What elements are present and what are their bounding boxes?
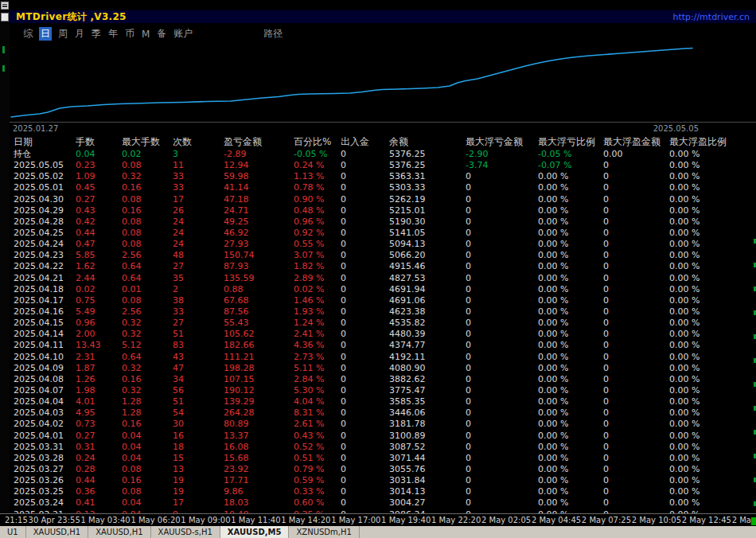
table-row: 2025.04.142.000.3251105.622.41 %04480.39… — [0, 329, 756, 340]
menu-item-币[interactable]: 币 — [124, 27, 135, 41]
cell-in-out: 0 — [341, 396, 389, 407]
cell-max-float-loss-pct: 0.00 % — [538, 497, 603, 509]
menu-item-年[interactable]: 年 — [107, 27, 119, 41]
cell-max-float-profit-pct: 0.00 % — [669, 396, 756, 407]
time-axis-label: 1 May 19:40 — [381, 516, 431, 524]
tab-XAUUSD,H1[interactable]: XAUUSD,H1 — [26, 526, 88, 538]
column-header-count: 次数 — [173, 135, 224, 149]
chart-remnant-left-icon — [2, 46, 5, 53]
tab-XAUUSD-s,H1[interactable]: XAUUSD-s,H1 — [151, 526, 220, 538]
cell-date: 2025.03.27 — [14, 464, 76, 475]
table-row: 2025.03.270.280.081323.920.79 %03055.760… — [0, 464, 756, 475]
cell-max-float-profit: 0 — [603, 442, 669, 453]
cell-lots: 0.31 — [76, 442, 122, 453]
cell-in-out: 0 — [341, 250, 389, 261]
cell-max-float-loss: -2.90 — [466, 149, 538, 160]
cell-max-float-loss: 0 — [466, 363, 538, 374]
cell-profit: 17.71 — [224, 475, 294, 486]
cell-in-out: 0 — [341, 363, 389, 374]
cell-profit: 47.18 — [224, 194, 294, 205]
cell-percent: 0.51 % — [294, 453, 341, 464]
menu-item-path[interactable]: 路径 — [263, 27, 283, 41]
cell-date: 2025.05.05 — [14, 160, 76, 171]
cell-lots: 5.49 — [76, 306, 122, 318]
menu-item-M[interactable]: M — [141, 29, 150, 40]
menu-item-综[interactable]: 综 — [22, 27, 33, 41]
cell-percent: 0.59 % — [294, 475, 341, 486]
cell-count: 18 — [173, 442, 224, 453]
tab-U1[interactable]: U1 — [0, 526, 26, 538]
cell-max-float-profit-pct: 0.00 % — [669, 431, 756, 442]
cell-percent: 0.90 % — [294, 194, 341, 205]
time-axis-label: 2 May 02:05 — [481, 516, 531, 524]
menu-item-账户[interactable]: 账户 — [173, 27, 193, 41]
cell-profit: 46.92 — [224, 228, 294, 239]
cell-in-out: 0 — [341, 182, 389, 193]
cell-count: 3 — [173, 149, 224, 160]
cell-max-lots: 1.28 — [122, 396, 173, 407]
cell-max-float-profit-pct: 0.00 % — [669, 216, 756, 228]
cell-profit: 49.25 — [224, 216, 294, 228]
tab-XAUUSD,H1[interactable]: XAUUSD,H1 — [88, 526, 150, 538]
menu-item-日[interactable]: 日 — [39, 27, 52, 41]
cell-max-float-profit: 0 — [603, 250, 669, 261]
cell-max-float-loss: 0 — [466, 171, 538, 182]
cell-max-float-profit: 0 — [603, 363, 669, 374]
cell-in-out: 0 — [341, 419, 389, 430]
cell-profit: 24.71 — [224, 205, 294, 216]
cell-max-lots: 0.08 — [122, 160, 173, 171]
cell-date: 2025.04.07 — [14, 385, 76, 396]
cell-percent: 0.96 % — [294, 216, 341, 228]
cell-max-float-loss-pct: 0.00 % — [538, 352, 603, 363]
column-header-max-float-loss: 最大浮亏金额 — [466, 135, 538, 149]
cell-percent: 0.24 % — [294, 160, 341, 171]
cell-max-float-profit-pct: 0.00 % — [669, 407, 756, 419]
cell-count: 17 — [173, 497, 224, 509]
table-row: 2025.04.081.260.1634107.152.84 %03882.62… — [0, 374, 756, 385]
cell-profit: 105.62 — [224, 329, 294, 340]
cell-max-lots: 0.16 — [122, 419, 173, 430]
cell-profit: 107.15 — [224, 374, 294, 385]
cell-lots: 1.62 — [76, 261, 122, 272]
cell-in-out: 0 — [341, 442, 389, 453]
cell-lots: 2.31 — [76, 352, 122, 363]
cell-lots: 2.44 — [76, 273, 122, 284]
cell-balance: 5141.05 — [389, 228, 466, 239]
time-axis-label: 2 May 04:45 — [532, 516, 581, 524]
cell-max-float-profit-pct: 0.00 % — [669, 149, 756, 160]
menu-item-周[interactable]: 周 — [57, 27, 68, 41]
menu-item-备[interactable]: 备 — [156, 27, 167, 41]
cell-count: 33 — [173, 171, 224, 182]
cell-percent: 4.04 % — [294, 396, 341, 407]
menu-item-月[interactable]: 月 — [74, 27, 85, 41]
cell-max-float-loss-pct: 0.00 % — [538, 396, 603, 407]
cell-lots: 4.01 — [76, 396, 122, 407]
cell-balance: 4915.46 — [389, 261, 466, 272]
mtdriver-link[interactable]: http://mtdriver.cn — [672, 12, 750, 22]
cell-date: 2025.04.03 — [14, 407, 76, 419]
panel-title: MTDriver统计 ,V3.25 — [16, 10, 127, 24]
cell-profit: 9.86 — [224, 486, 294, 497]
cell-max-float-profit: 0 — [603, 431, 669, 442]
cell-max-float-profit-pct: 0.00 % — [669, 464, 756, 475]
document-icon[interactable] — [1, 13, 9, 21]
menu-item-季[interactable]: 季 — [91, 27, 102, 41]
tab-XAUUSD,M5[interactable]: XAUUSD,M5 — [220, 526, 290, 538]
column-header-max-lots: 最大手数 — [122, 135, 173, 149]
cell-max-float-profit-pct: 0.00 % — [669, 295, 756, 306]
cell-max-float-profit: 0 — [603, 374, 669, 385]
cell-max-float-profit: 0 — [603, 284, 669, 295]
cell-max-float-loss-pct: 0.00 % — [538, 318, 603, 329]
cell-profit: 190.12 — [224, 385, 294, 396]
cell-profit: 182.66 — [224, 340, 294, 351]
table-row: 2025.04.034.951.2854264.288.31 %03446.06… — [0, 407, 756, 419]
cell-max-float-loss-pct: -0.05 % — [538, 149, 603, 160]
cell-balance: 3181.78 — [389, 419, 466, 430]
cell-in-out: 0 — [341, 340, 389, 351]
cell-max-lots: 0.04 — [122, 431, 173, 442]
window-menu-icon[interactable] — [1, 2, 9, 10]
cell-balance: 3071.44 — [389, 453, 466, 464]
tab-XZNUSDm,H1[interactable]: XZNUSDm,H1 — [289, 526, 359, 538]
cell-max-float-profit: 0 — [603, 464, 669, 475]
cell-date: 2025.04.24 — [14, 239, 76, 250]
